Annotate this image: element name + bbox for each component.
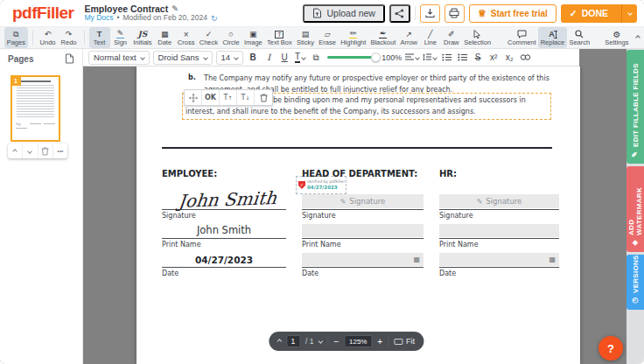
toolbar-erase[interactable]: ▱Erase: [317, 27, 339, 48]
zoom-out-button[interactable]: −: [333, 337, 339, 346]
hr-date-field[interactable]: ▦: [439, 253, 559, 266]
clock-icon: ◷: [631, 297, 639, 304]
done-button[interactable]: ✓ DONE: [561, 4, 617, 23]
move-page-up-button[interactable]: [8, 144, 23, 158]
toolbar-search[interactable]: Search: [567, 27, 592, 48]
numbered-list-button[interactable]: [440, 51, 452, 65]
hr-printname-field[interactable]: [439, 224, 559, 237]
move-textbox-button[interactable]: [185, 90, 202, 105]
employee-date-field[interactable]: 04/27/2023: [162, 253, 286, 266]
toolbar-highlight[interactable]: ✏Highlight: [339, 27, 368, 48]
document-meta: Employee Contract ✎ My Docs • Modified o…: [84, 4, 217, 23]
slider-thumb[interactable]: [371, 52, 381, 62]
department-date-field[interactable]: ▦: [302, 253, 424, 266]
undo-icon: ↶: [45, 30, 52, 38]
department-printname-field[interactable]: [302, 224, 424, 237]
toolbar-settings[interactable]: ⚙Settings: [603, 27, 631, 48]
sign-icon: ✎: [117, 30, 124, 38]
download-button[interactable]: [420, 4, 440, 23]
document-page[interactable]: b. The Company may notify any future or …: [136, 66, 580, 364]
text-color-button[interactable]: T: [294, 51, 306, 65]
toolbar-date[interactable]: ▦Date: [154, 27, 175, 48]
toolbar-pages[interactable]: ⧉Pages: [4, 27, 28, 48]
delete-textbox-button[interactable]: [255, 90, 272, 105]
toolbar-blackout[interactable]: ✒Blackout: [368, 27, 398, 48]
date-line: [162, 267, 286, 268]
page-thumbnail[interactable]: 1 Sig: [10, 75, 60, 142]
paragraph-style-select[interactable]: Normal text: [88, 51, 150, 65]
hr-signature-field[interactable]: ✎ Signature: [439, 194, 559, 208]
subscript-button[interactable]: x₂: [503, 51, 515, 65]
start-free-trial-button[interactable]: ♕ Start free trial: [469, 4, 556, 23]
ok-button[interactable]: OK: [202, 90, 220, 105]
comment-icon: [517, 30, 527, 38]
breadcrumb-separator: •: [117, 14, 120, 23]
upload-new-button[interactable]: Upload new: [303, 4, 384, 23]
toolbar-check[interactable]: ✓Check: [197, 27, 220, 48]
erase-icon: ▱: [325, 30, 331, 38]
underline-button[interactable]: U: [278, 51, 290, 65]
toolbar-replace[interactable]: AReplace: [538, 27, 567, 48]
zoom-level-value[interactable]: 125%: [344, 335, 372, 347]
list-marker-b: b.: [188, 74, 196, 81]
toolbar-draw[interactable]: ✐Draw: [441, 27, 462, 48]
toolbar-undo[interactable]: ↶Undo: [38, 27, 59, 48]
toolbar-text[interactable]: TText: [89, 27, 110, 48]
font-size-select[interactable]: 14: [216, 51, 244, 65]
done-dropdown-button[interactable]: [621, 4, 637, 23]
move-page-down-button[interactable]: [23, 144, 38, 158]
versions-tab[interactable]: ◷ VERSIONS: [626, 255, 644, 310]
toolbar-selection[interactable]: Selection: [462, 27, 494, 48]
rename-icon[interactable]: ✎: [172, 4, 178, 13]
previous-page-button[interactable]: [276, 339, 282, 344]
bold-button[interactable]: B: [247, 51, 259, 65]
toolbar-initials[interactable]: JSInitials: [131, 27, 155, 48]
fit-button[interactable]: Fit: [394, 337, 415, 346]
delete-page-button[interactable]: [38, 144, 53, 158]
toolbar-comment[interactable]: Comment: [506, 27, 538, 48]
toolbar-sign[interactable]: ✎Sign: [110, 27, 131, 48]
link-button[interactable]: [519, 51, 531, 65]
employee-signature-field[interactable]: John Smith: [162, 194, 286, 208]
copy-style-button[interactable]: ⧉: [310, 51, 322, 65]
toolbar-sticky[interactable]: ▤Sticky: [294, 27, 316, 48]
pdffiller-logo[interactable]: pdfFiller: [12, 4, 74, 23]
version-history-icon[interactable]: ↻: [211, 14, 218, 23]
share-button[interactable]: [389, 4, 410, 23]
superscript-button[interactable]: x²: [487, 51, 500, 65]
toolbar-redo[interactable]: ↷Redo: [59, 27, 80, 48]
add-watermark-tab[interactable]: ◈ ADD WATERMARK: [626, 166, 644, 252]
font-size-up-button[interactable]: T↑: [220, 90, 237, 105]
my-docs-link[interactable]: My Docs: [84, 14, 113, 23]
move-icon: [189, 94, 198, 102]
edit-fillable-fields-tab[interactable]: ✎ EDIT FILLABLE FIELDS: [626, 50, 644, 164]
print-button[interactable]: [444, 4, 465, 23]
toolbar-arrow[interactable]: ↗Arrow: [398, 27, 420, 48]
zoom-in-button[interactable]: +: [377, 337, 382, 346]
toolbar-line[interactable]: ╱Line: [420, 27, 441, 48]
watermark-icon: ◈: [631, 239, 639, 247]
toolbar-image[interactable]: ▣Image: [242, 27, 264, 48]
toolbar-cross[interactable]: ×Cross: [175, 27, 197, 48]
page-options-icon[interactable]: [65, 53, 74, 64]
department-signature-field[interactable]: ✎ Signature: [302, 194, 424, 208]
employee-printname-field[interactable]: John Smith: [162, 224, 286, 237]
collapse-toolbar-button[interactable]: [636, 36, 640, 39]
modified-timestamp: Modified on Feb 20, 2024: [123, 14, 207, 23]
toolbar-textbox[interactable]: TText Box: [264, 27, 294, 48]
help-button[interactable]: ?: [598, 336, 623, 360]
font-size-down-button[interactable]: T↓: [237, 90, 255, 105]
align-button[interactable]: [405, 51, 419, 65]
signature-line: [302, 209, 424, 210]
bullet-list-button[interactable]: [456, 51, 468, 65]
line-spacing-icon: [423, 53, 431, 61]
next-page-button[interactable]: [318, 339, 324, 344]
italic-button[interactable]: I: [262, 51, 275, 65]
line-spacing-button[interactable]: [423, 51, 437, 65]
strikethrough-button[interactable]: S: [472, 51, 484, 65]
page-more-button[interactable]: •••: [53, 144, 67, 158]
page-number-input[interactable]: 1: [286, 335, 300, 347]
font-family-select[interactable]: Droid Sans: [153, 51, 213, 65]
toolbar-circle[interactable]: ○Circle: [220, 27, 242, 48]
opacity-slider[interactable]: [327, 56, 376, 59]
